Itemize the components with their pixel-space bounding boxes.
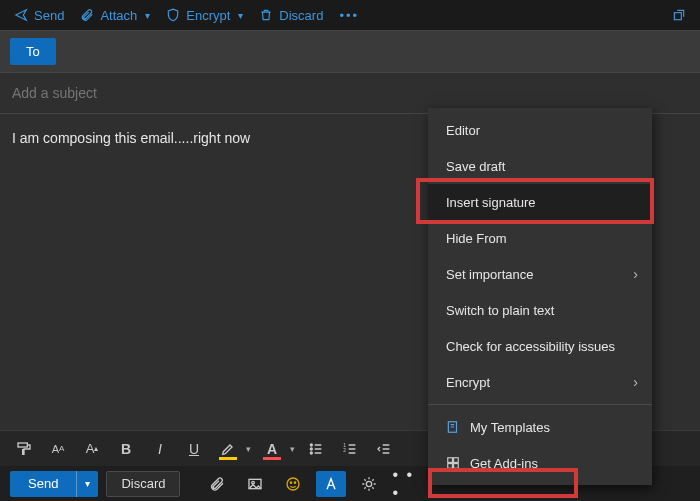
format-painter-button[interactable]	[8, 435, 40, 463]
discard-label: Discard	[121, 476, 165, 491]
send-top-label: Send	[34, 8, 64, 23]
top-toolbar: Send Attach ▾ Encrypt ▾ Discard •••	[0, 0, 700, 30]
bulleted-list-button[interactable]	[300, 435, 332, 463]
chevron-right-icon: ›	[633, 374, 638, 390]
menu-label: Insert signature	[446, 195, 536, 210]
send-split-button[interactable]: ▾	[76, 471, 98, 497]
menu-item-my-templates[interactable]: My Templates	[428, 409, 652, 445]
attach-label: Attach	[100, 8, 137, 23]
toggle-formatting-button[interactable]	[316, 471, 346, 497]
send-top-button[interactable]: Send	[6, 0, 72, 30]
recipients-row[interactable]: To	[0, 30, 700, 72]
send-button[interactable]: Send	[10, 471, 76, 497]
svg-point-8	[252, 481, 255, 484]
svg-point-11	[295, 482, 296, 483]
menu-item-set-importance[interactable]: Set importance ›	[428, 256, 652, 292]
svg-rect-0	[674, 13, 681, 20]
picture-icon	[247, 476, 263, 492]
more-actions-button[interactable]: • • •	[392, 471, 426, 497]
sun-icon	[361, 476, 377, 492]
svg-text:2: 2	[343, 447, 346, 452]
trash-icon	[259, 8, 273, 22]
menu-item-accessibility[interactable]: Check for accessibility issues	[428, 328, 652, 364]
svg-rect-17	[454, 464, 459, 469]
italic-button[interactable]: I	[144, 435, 176, 463]
smiley-icon	[285, 476, 301, 492]
templates-icon	[446, 420, 460, 434]
menu-item-hide-from[interactable]: Hide From	[428, 220, 652, 256]
menu-item-insert-signature[interactable]: Insert signature	[428, 184, 652, 220]
svg-point-10	[291, 482, 292, 483]
more-label: • • •	[392, 466, 426, 502]
svg-point-2	[310, 444, 312, 446]
paint-roller-icon	[16, 441, 32, 457]
underline-button[interactable]: U	[178, 435, 210, 463]
svg-point-12	[367, 481, 372, 486]
menu-label: Encrypt	[446, 375, 490, 390]
menu-label: Check for accessibility issues	[446, 339, 615, 354]
subject-input[interactable]	[12, 85, 688, 101]
highlighter-icon	[220, 441, 236, 457]
menu-label: Hide From	[446, 231, 507, 246]
menu-item-get-addins[interactable]: Get Add-ins	[428, 445, 652, 481]
attach-bottom-button[interactable]	[202, 471, 232, 497]
svg-point-4	[310, 452, 312, 454]
attach-button[interactable]: Attach ▾	[72, 0, 158, 30]
shield-icon	[166, 8, 180, 22]
svg-point-9	[287, 478, 299, 490]
encrypt-label: Encrypt	[186, 8, 230, 23]
to-label: To	[26, 44, 40, 59]
discard-button[interactable]: Discard	[106, 471, 180, 497]
menu-item-encrypt[interactable]: Encrypt ›	[428, 364, 652, 400]
encrypt-button[interactable]: Encrypt ▾	[158, 0, 251, 30]
top-more-button[interactable]: •••	[331, 0, 367, 30]
chevron-right-icon: ›	[633, 266, 638, 282]
outdent-icon	[376, 441, 392, 457]
menu-label: Set importance	[446, 267, 533, 282]
menu-label: Switch to plain text	[446, 303, 554, 318]
menu-separator	[428, 404, 652, 405]
svg-rect-1	[18, 443, 27, 447]
to-button[interactable]: To	[10, 38, 56, 65]
paperclip-icon	[80, 8, 94, 22]
popout-button[interactable]	[664, 0, 694, 30]
send-label: Send	[28, 476, 58, 491]
svg-rect-14	[448, 458, 453, 463]
menu-label: Get Add-ins	[470, 456, 538, 471]
paperclip-icon	[209, 476, 225, 492]
bold-button[interactable]: B	[110, 435, 142, 463]
decrease-indent-button[interactable]	[368, 435, 400, 463]
chevron-down-icon: ▾	[238, 10, 243, 21]
font-size-decrease-button[interactable]: AA	[42, 435, 74, 463]
fontcolor-swatch	[263, 457, 281, 460]
menu-label: My Templates	[470, 420, 550, 435]
font-color-button[interactable]: A	[256, 435, 288, 463]
numbers-icon: 12	[342, 441, 358, 457]
highlight-swatch	[219, 457, 237, 460]
svg-rect-15	[454, 458, 459, 463]
compose-window: Send Attach ▾ Encrypt ▾ Discard •••	[0, 0, 700, 501]
menu-label: Editor	[446, 123, 480, 138]
font-size-increase-button[interactable]: A▴	[76, 435, 108, 463]
svg-rect-16	[448, 464, 453, 469]
brightness-button[interactable]	[354, 471, 384, 497]
more-actions-menu: Editor Save draft Insert signature Hide …	[428, 108, 652, 485]
text-format-icon	[323, 476, 339, 492]
discard-top-button[interactable]: Discard	[251, 0, 331, 30]
numbered-list-button[interactable]: 12	[334, 435, 366, 463]
emoji-button[interactable]	[278, 471, 308, 497]
send-plane-icon	[14, 8, 28, 22]
highlight-color-button[interactable]	[212, 435, 244, 463]
popout-icon	[672, 8, 686, 22]
send-button-group: Send ▾	[10, 471, 98, 497]
addins-icon	[446, 456, 460, 470]
chevron-down-icon: ▾	[145, 10, 150, 21]
menu-label: Save draft	[446, 159, 505, 174]
menu-item-save-draft[interactable]: Save draft	[428, 148, 652, 184]
bullets-icon	[308, 441, 324, 457]
menu-item-editor[interactable]: Editor	[428, 112, 652, 148]
svg-point-3	[310, 448, 312, 450]
discard-top-label: Discard	[279, 8, 323, 23]
insert-picture-button[interactable]	[240, 471, 270, 497]
menu-item-switch-plaintext[interactable]: Switch to plain text	[428, 292, 652, 328]
